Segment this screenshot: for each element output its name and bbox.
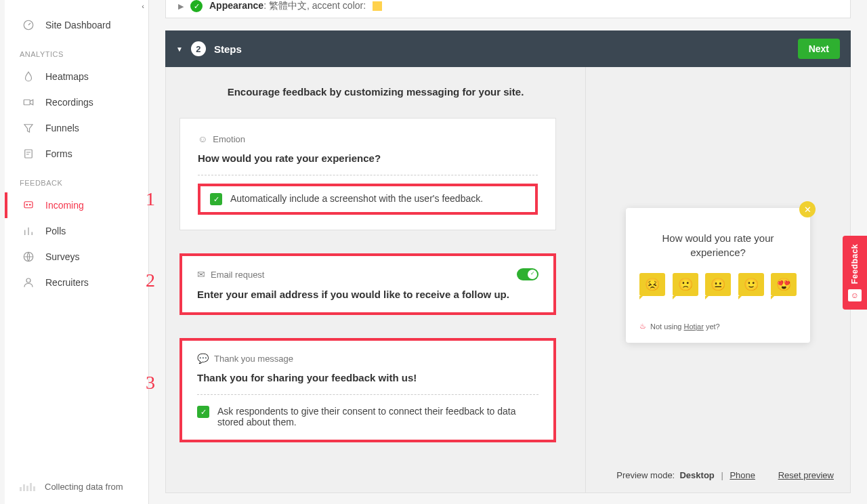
- section-label-analytics: ANALYTICS: [5, 38, 148, 64]
- nav-label: Site Dashboard: [45, 20, 111, 30]
- svg-rect-2: [25, 150, 33, 158]
- annotation-3: 3: [146, 372, 155, 394]
- email-toggle[interactable]: ✓: [517, 268, 538, 280]
- right-column: ✕ How would you rate your experience? 😣 …: [586, 67, 850, 492]
- annotation-2: 2: [146, 270, 155, 291]
- sidebar-collapse-toggle[interactable]: ‹: [137, 0, 149, 12]
- footer-text: Collecting data from: [45, 482, 123, 492]
- left-column: Encourage feedback by customizing messag…: [166, 67, 586, 492]
- card-label: Emotion: [213, 134, 245, 144]
- nav-incoming[interactable]: Incoming: [5, 192, 148, 218]
- svg-point-7: [26, 278, 30, 282]
- nav-polls[interactable]: Polls: [5, 218, 148, 244]
- video-icon: [21, 96, 36, 108]
- preview-mode-bar: Preview mode: Desktop | Phone Reset prev…: [586, 470, 850, 480]
- preview-mode-desktop[interactable]: Desktop: [679, 470, 714, 480]
- card-head: 💬 Thank you message: [197, 353, 538, 364]
- highlight-box-3: 💬 Thank you message Thank you for sharin…: [179, 338, 556, 442]
- nav-label: Recruiters: [45, 277, 89, 288]
- bar-chart-icon: [21, 225, 36, 237]
- annotation-1: 1: [146, 188, 155, 210]
- close-icon[interactable]: ✕: [799, 201, 816, 217]
- checkbox-screenshot[interactable]: ✓: [210, 193, 222, 205]
- nav-site-dashboard[interactable]: Site Dashboard: [5, 12, 148, 38]
- emoji-hate[interactable]: 😣: [639, 273, 665, 296]
- flame-icon: ♨: [639, 322, 646, 331]
- mail-icon: ✉: [197, 269, 205, 280]
- incoming-icon: [21, 199, 36, 211]
- feedback-tab[interactable]: Feedback ☺: [843, 236, 867, 310]
- emoji-dislike[interactable]: 🙁: [673, 273, 698, 296]
- svg-rect-3: [24, 202, 33, 208]
- emoji-like[interactable]: 🙂: [738, 273, 764, 296]
- encourage-text: Encourage feedback by customizing messag…: [179, 86, 572, 98]
- nav-surveys[interactable]: Surveys: [5, 244, 148, 270]
- smiley-icon: ☺: [848, 289, 862, 301]
- nav-recruiters[interactable]: Recruiters: [5, 270, 148, 295]
- svg-rect-1: [24, 100, 30, 105]
- collapse-icon: ▼: [176, 45, 183, 53]
- card-head: ✉ Email request ✓: [197, 268, 538, 280]
- step-3-wrapper: 3 💬 Thank you message Thank you for shar…: [179, 338, 572, 442]
- preview-widget: ✕ How would you rate your experience? 😣 …: [626, 208, 810, 343]
- emoji-love[interactable]: 😍: [771, 273, 797, 296]
- funnel-icon: [21, 122, 36, 134]
- thankyou-card[interactable]: 💬 Thank you message Thank you for sharin…: [179, 338, 556, 442]
- nav-label: Surveys: [45, 251, 80, 262]
- nav-heatmaps[interactable]: Heatmaps: [5, 64, 148, 89]
- highlight-box-2: ✉ Email request ✓ Enter your email addre…: [179, 253, 556, 315]
- expand-icon: ▶: [178, 2, 184, 11]
- next-button[interactable]: Next: [798, 39, 840, 59]
- card-question: How would you rate your experience?: [198, 152, 538, 175]
- checkbox-consent[interactable]: ✓: [197, 406, 209, 418]
- emotion-icon: ☺: [198, 133, 207, 144]
- nav-label: Forms: [45, 148, 72, 159]
- emoji-neutral[interactable]: 😐: [705, 273, 731, 296]
- nav-forms[interactable]: Forms: [5, 141, 148, 167]
- nav-label: Polls: [45, 226, 66, 236]
- appearance-label: Appearance: [209, 0, 263, 11]
- nav-recordings[interactable]: Recordings: [5, 89, 148, 115]
- preview-footer: ♨ Not using Hotjar yet?: [639, 322, 797, 331]
- card-label: Email request: [211, 270, 264, 280]
- emoji-row: 😣 🙁 😐 🙂 😍: [639, 273, 797, 296]
- card-head: ☺ Emotion: [198, 133, 538, 144]
- form-icon: [21, 148, 36, 160]
- reset-preview-link[interactable]: Reset preview: [778, 470, 834, 480]
- nav-funnels[interactable]: Funnels: [5, 115, 148, 141]
- card-label: Thank you message: [214, 354, 293, 364]
- globe-icon: [21, 251, 36, 263]
- nav-label: Incoming: [45, 200, 84, 211]
- appearance-section[interactable]: ▶ ✓ Appearance: 繁體中文, accent color:: [165, 0, 851, 18]
- step-1-wrapper: 1 ☺ Emotion How would you rate your expe…: [179, 118, 572, 230]
- preview-question: How would you rate your experience?: [639, 231, 797, 259]
- person-icon: [21, 276, 36, 289]
- check-circle-icon: ✓: [190, 0, 203, 12]
- hotjar-link[interactable]: Hotjar: [684, 322, 704, 331]
- card-question: Thank you for sharing your feedback with…: [197, 372, 538, 395]
- gauge-icon: [21, 19, 36, 31]
- preview-mode-label: Preview mode:: [616, 470, 675, 480]
- step-number-badge: 2: [191, 41, 206, 56]
- flame-icon: [21, 70, 36, 83]
- main-area: ▶ ✓ Appearance: 繁體中文, accent color: ▼ 2 …: [149, 0, 867, 504]
- nav-label: Funnels: [45, 123, 79, 133]
- email-card[interactable]: ✉ Email request ✓ Enter your email addre…: [179, 253, 556, 315]
- steps-header[interactable]: ▼ 2 Steps Next: [165, 30, 851, 67]
- sidebar-footer: Collecting data from: [5, 469, 148, 504]
- card-question: Enter your email address if you would li…: [197, 289, 538, 300]
- feedback-tab-label: Feedback: [850, 244, 860, 284]
- highlight-box-1: ✓ Automatically include a screenshot wit…: [198, 184, 538, 215]
- step-2-wrapper: 2 ✉ Email request ✓ Enter your email add…: [179, 253, 572, 315]
- option-text: Automatically include a screenshot with …: [230, 193, 483, 204]
- svg-point-4: [26, 205, 28, 206]
- nav-label: Heatmaps: [45, 71, 89, 82]
- appearance-text: Appearance: 繁體中文, accent color:: [209, 0, 366, 12]
- preview-mode-phone[interactable]: Phone: [729, 470, 755, 480]
- chat-icon: 💬: [197, 353, 209, 364]
- emotion-card[interactable]: ☺ Emotion How would you rate your experi…: [179, 118, 556, 230]
- option-text: Ask respondents to give their consent to…: [217, 406, 538, 427]
- color-swatch: [373, 1, 382, 11]
- section-label-feedback: FEEDBACK: [5, 167, 148, 192]
- svg-point-5: [30, 205, 31, 206]
